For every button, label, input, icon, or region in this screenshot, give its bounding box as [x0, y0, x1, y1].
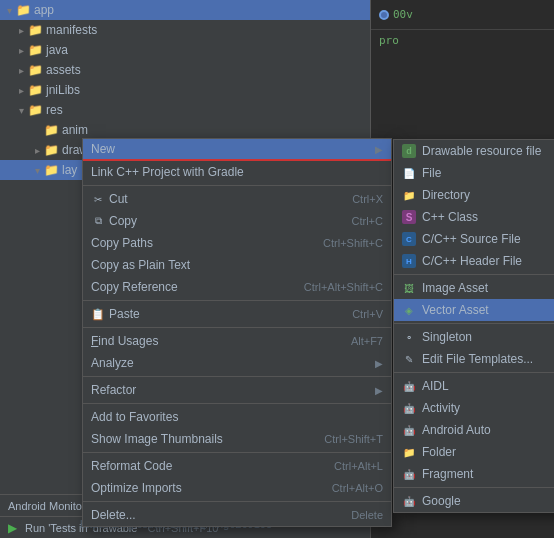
code-text-1: 00v: [393, 8, 413, 21]
arrow-app: [4, 5, 14, 15]
submenu-cpp-source[interactable]: C C/C++ Source File: [394, 228, 554, 250]
submenu-file[interactable]: 📄 File: [394, 162, 554, 184]
submenu-dir-label: Directory: [422, 188, 470, 202]
menu-item-copy[interactable]: ⧉ Copy Ctrl+C: [83, 210, 391, 232]
menu-copy-paths-label: Copy Paths: [91, 236, 153, 250]
android-monitor-label: Android Monitor: [8, 500, 86, 512]
tree-label-assets: assets: [46, 63, 81, 77]
submenu-cpp-source-label: C/C++ Source File: [422, 232, 521, 246]
submenu-activity[interactable]: 🤖 Activity: [394, 397, 554, 419]
menu-optimize-label: Optimize Imports: [91, 481, 182, 495]
submenu-fragment[interactable]: 🤖 Fragment: [394, 463, 554, 485]
menu-item-copy-ref[interactable]: Copy Reference Ctrl+Alt+Shift+C: [83, 276, 391, 298]
edit-templates-icon: ✎: [402, 352, 416, 366]
menu-reformat-shortcut: Ctrl+Alt+L: [334, 460, 383, 472]
tree-label-app: app: [34, 3, 54, 17]
submenu-directory[interactable]: 📁 Directory: [394, 184, 554, 206]
tree-item-java[interactable]: 📁 java: [0, 40, 370, 60]
submenu-vector-asset-label: Vector Asset: [422, 303, 489, 317]
submenu-android-auto[interactable]: 🤖 Android Auto: [394, 419, 554, 441]
tree-item-anim[interactable]: 📁 anim: [0, 120, 370, 140]
menu-refactor-label: Refactor: [91, 383, 136, 397]
submenu-fragment-label: Fragment: [422, 467, 473, 481]
cpp-source-icon: C: [402, 232, 416, 246]
menu-copy-paths-shortcut: Ctrl+Shift+C: [323, 237, 383, 249]
submenu-cpp-header[interactable]: H C/C++ Header File: [394, 250, 554, 272]
menu-item-copy-paths[interactable]: Copy Paths Ctrl+Shift+C: [83, 232, 391, 254]
tree-item-app[interactable]: 📁 app: [0, 0, 370, 20]
submenu-android-auto-label: Android Auto: [422, 423, 491, 437]
arrow-layout: [32, 165, 42, 175]
menu-item-find-usages[interactable]: Find Usages Alt+F7: [83, 330, 391, 352]
menu-sep-2: [83, 300, 391, 301]
submenu-new: d Drawable resource file 📄 File 📁 Direct…: [393, 139, 554, 513]
submenu-cpp-class[interactable]: S C++ Class: [394, 206, 554, 228]
submenu-google[interactable]: 🤖 Google ▶: [394, 490, 554, 512]
menu-link-cpp-label: Link C++ Project with Gradle: [91, 165, 244, 179]
submenu-aidl[interactable]: 🤖 AIDL ▶: [394, 375, 554, 397]
file-icon: 📄: [402, 166, 416, 180]
activity-icon: 🤖: [402, 401, 416, 415]
menu-copy-label: Copy: [109, 214, 137, 228]
menu-find-usages-shortcut: Alt+F7: [351, 335, 383, 347]
submenu-folder-label: Folder: [422, 445, 456, 459]
menu-item-thumbnails[interactable]: Show Image Thumbnails Ctrl+Shift+T: [83, 428, 391, 450]
menu-copy-shortcut: Ctrl+C: [352, 215, 383, 227]
tree-item-res[interactable]: 📁 res: [0, 100, 370, 120]
menu-reformat-label: Reformat Code: [91, 459, 172, 473]
menu-copy-ref-shortcut: Ctrl+Alt+Shift+C: [304, 281, 383, 293]
submenu-sep-4: [394, 487, 554, 488]
android-auto-icon: 🤖: [402, 423, 416, 437]
menu-item-cut[interactable]: Cut Ctrl+X: [83, 188, 391, 210]
arrow-jnilibs: [16, 85, 26, 95]
s-icon: S: [402, 210, 416, 224]
arrow-java: [16, 45, 26, 55]
menu-item-analyze[interactable]: Analyze ▶: [83, 352, 391, 374]
submenu-edit-templates-label: Edit File Templates...: [422, 352, 533, 366]
arrow-drawable: [32, 145, 42, 155]
analyze-arrow: ▶: [375, 358, 383, 369]
menu-new-arrow: ▶: [375, 144, 383, 155]
cpp-header-icon: H: [402, 254, 416, 268]
arrow-res: [16, 105, 26, 115]
tree-label-layout: lay: [62, 163, 77, 177]
submenu-file-label: File: [422, 166, 441, 180]
submenu-image-asset[interactable]: 🖼 Image Asset: [394, 277, 554, 299]
cut-icon: [91, 192, 105, 206]
menu-sep-3: [83, 327, 391, 328]
menu-item-paste[interactable]: 📋 Paste Ctrl+V: [83, 303, 391, 325]
submenu-folder[interactable]: 📁 Folder: [394, 441, 554, 463]
menu-new-label: New: [91, 142, 115, 156]
menu-cut-shortcut: Ctrl+X: [352, 193, 383, 205]
singleton-icon: ⚬: [402, 330, 416, 344]
code-text-2: pro: [379, 34, 399, 47]
menu-sep-1: [83, 185, 391, 186]
menu-item-new[interactable]: New ▶ d Drawable resource file 📄 File 📁 …: [83, 139, 391, 161]
menu-item-copy-plain[interactable]: Copy as Plain Text: [83, 254, 391, 276]
menu-item-reformat[interactable]: Reformat Code Ctrl+Alt+L: [83, 455, 391, 477]
tree-item-assets[interactable]: 📁 assets: [0, 60, 370, 80]
menu-item-refactor[interactable]: Refactor ▶: [83, 379, 391, 401]
submenu-drawable-resource[interactable]: d Drawable resource file: [394, 140, 554, 162]
submenu-edit-templates[interactable]: ✎ Edit File Templates...: [394, 348, 554, 370]
menu-item-add-favorites[interactable]: Add to Favorites: [83, 406, 391, 428]
menu-item-delete[interactable]: Delete... Delete: [83, 504, 391, 526]
tree-item-jnilibs[interactable]: 📁 jniLibs: [0, 80, 370, 100]
arrow-assets: [16, 65, 26, 75]
google-icon: 🤖: [402, 494, 416, 508]
refactor-arrow: ▶: [375, 385, 383, 396]
submenu-singleton[interactable]: ⚬ Singleton: [394, 326, 554, 348]
submenu-vector-asset[interactable]: ◈ Vector Asset: [394, 299, 554, 321]
tree-label-jnilibs: jniLibs: [46, 83, 80, 97]
menu-delete-shortcut: Delete: [351, 509, 383, 521]
tree-item-manifests[interactable]: 📁 manifests: [0, 20, 370, 40]
paste-icon: 📋: [91, 307, 105, 321]
dir-icon: 📁: [402, 188, 416, 202]
menu-sep-6: [83, 452, 391, 453]
menu-add-favorites-label: Add to Favorites: [91, 410, 178, 424]
fragment-icon: 🤖: [402, 467, 416, 481]
menu-item-link-cpp[interactable]: Link C++ Project with Gradle: [83, 161, 391, 183]
menu-analyze-label: Analyze: [91, 356, 134, 370]
play-icon: ▶: [8, 521, 17, 535]
menu-item-optimize[interactable]: Optimize Imports Ctrl+Alt+O: [83, 477, 391, 499]
